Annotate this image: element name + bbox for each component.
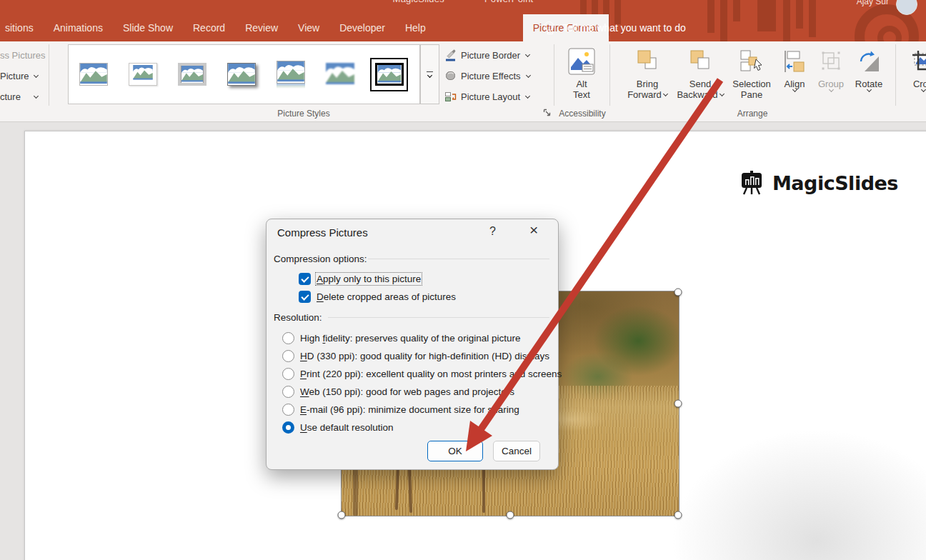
chevron-down-icon [34, 72, 39, 77]
picture-layout-icon [444, 90, 457, 103]
selection-handle-bottom-right[interactable] [674, 511, 682, 519]
picture-style-reflected-rounded-rectangle[interactable] [274, 60, 307, 89]
selection-pane-button[interactable]: Selection Pane [727, 44, 776, 100]
radio-web-150ppi[interactable]: Web (150 ppi): good for web pages and pr… [282, 384, 514, 399]
picture-style-metal-frame[interactable] [175, 60, 209, 89]
cancel-button[interactable]: Cancel [493, 441, 540, 461]
radio-icon[interactable] [282, 350, 294, 362]
group-objects-icon [820, 50, 842, 73]
radio-email-96ppi[interactable]: E-mail (96 ppi): minimize document size … [282, 401, 519, 417]
radio-icon[interactable] [282, 421, 294, 434]
crop-icon [912, 50, 926, 73]
change-picture-button-partial[interactable]: Picture [0, 68, 38, 84]
send-backward-button[interactable]: Send Backward [674, 44, 726, 100]
radio-icon[interactable] [282, 404, 294, 416]
alt-text-button[interactable]: Alt Text [564, 44, 599, 100]
compress-pictures-dialog: Compress Pictures ? × Compression option… [266, 219, 559, 470]
picture-style-drop-shadow-rectangle[interactable] [224, 60, 258, 89]
picture-styles-dialog-launcher-icon[interactable] [543, 107, 552, 120]
tell-me-search[interactable]: Tell me what you want to do [544, 14, 686, 41]
selection-handle-top-right[interactable] [674, 289, 682, 296]
radio-print-220ppi[interactable]: Print (220 ppi): excellent quality on mo… [282, 366, 562, 381]
compress-pictures-button-partial[interactable]: ss Pictures [0, 47, 46, 63]
checkbox-apply-only-to-this-picture[interactable]: Apply only to this picture [299, 271, 421, 286]
selection-handle-right[interactable] [674, 400, 682, 408]
landscape-thumbnail-icon [277, 61, 305, 84]
ok-button[interactable]: OK [427, 441, 483, 461]
align-button[interactable]: Align [777, 44, 812, 91]
selection-handle-bottom-left[interactable] [338, 511, 346, 519]
chevron-down-icon [34, 93, 39, 98]
chevron-down-icon [719, 91, 724, 96]
group-button[interactable]: Group [813, 44, 849, 91]
landscape-thumbnail-icon [79, 63, 108, 86]
chevron-down-icon [866, 87, 871, 92]
dialog-help-icon[interactable]: ? [489, 225, 496, 238]
magicslides-logo-text: MagicSlides [772, 172, 898, 194]
group-separator [895, 44, 896, 106]
tab-help[interactable]: Help [404, 14, 427, 41]
group-separator [609, 44, 610, 106]
picture-style-simple-frame-white[interactable] [76, 60, 110, 89]
tell-me-label: Tell me what you want to do [562, 22, 686, 34]
checkbox-icon[interactable] [299, 273, 311, 285]
picture-style-simple-frame-black[interactable] [372, 60, 406, 89]
chevron-down-icon [792, 87, 797, 92]
radio-icon[interactable] [282, 386, 294, 398]
tab-transitions-partial[interactable]: sitions [4, 14, 35, 41]
picture-style-beveled-matte-white[interactable] [126, 60, 159, 89]
ribbon-tab-row: sitions Animations Slide Show Record Rev… [4, 14, 609, 41]
picture-border-button[interactable]: Picture Border [444, 47, 529, 63]
group-separator [49, 44, 49, 106]
tab-record[interactable]: Record [191, 14, 226, 41]
chevron-down-icon [663, 91, 668, 96]
tab-view[interactable]: View [297, 14, 321, 41]
radio-high-fidelity[interactable]: High fidelity: preserves quality of the … [282, 330, 520, 346]
chevron-down-icon [525, 93, 530, 98]
group-label-arrange: Arrange [717, 109, 788, 119]
bring-forward-icon [636, 50, 659, 73]
chevron-down-icon [526, 72, 531, 77]
landscape-thumbnail-icon [326, 63, 354, 86]
crop-button[interactable]: Crop [903, 44, 926, 91]
checkbox-icon[interactable] [299, 291, 311, 303]
tab-slide-show[interactable]: Slide Show [121, 14, 174, 41]
document-title: MagicSlidesPowerPoint [0, 0, 926, 4]
chevron-down-icon [828, 87, 833, 92]
radio-icon[interactable] [282, 332, 294, 344]
tab-review[interactable]: Review [244, 14, 279, 41]
alt-text-icon [568, 48, 595, 75]
selection-handle-bottom[interactable] [507, 511, 514, 519]
tab-animations[interactable]: Animations [52, 14, 104, 41]
align-icon [783, 50, 806, 73]
bring-forward-button[interactable]: Bring Forward [621, 44, 674, 100]
picture-layout-button[interactable]: Picture Layout [444, 89, 529, 104]
radio-icon[interactable] [282, 368, 294, 380]
radio-hd-330ppi[interactable]: HD (330 ppi): good quality for high-defi… [282, 348, 549, 364]
chevron-down-icon [525, 51, 530, 56]
magicslides-logo: MagicSlides [740, 170, 898, 196]
compression-options-heading: Compression options: [274, 254, 367, 264]
account-avatar[interactable] [896, 0, 917, 15]
checkbox-delete-cropped-areas[interactable]: Delete cropped areas of pictures [299, 289, 456, 304]
tab-developer[interactable]: Developer [338, 14, 387, 41]
landscape-thumbnail-icon [129, 63, 157, 86]
reset-picture-button-partial[interactable]: cture [0, 89, 38, 104]
picture-style-soft-edge-rectangle[interactable] [323, 60, 357, 89]
selection-pane-icon [739, 49, 765, 74]
chevron-down-icon [427, 73, 432, 78]
picture-styles-gallery [68, 44, 420, 104]
lightbulb-icon [544, 21, 554, 34]
powerpoint-window: MagicSlidesPowerPoint Ajay Sur sitions A… [0, 0, 926, 560]
account-user-name: Ajay Sur [857, 0, 889, 6]
picture-effects-icon [444, 69, 457, 82]
gallery-more-button[interactable] [420, 44, 439, 104]
landscape-thumbnail-icon [178, 63, 206, 86]
close-icon[interactable]: × [527, 221, 541, 239]
ribbon: ss Pictures Picture cture [0, 41, 926, 122]
radio-use-default-resolution[interactable]: Use default resolution [282, 419, 394, 435]
rotate-button[interactable]: Rotate [850, 44, 887, 91]
title-bar: MagicSlidesPowerPoint Ajay Sur sitions A… [0, 0, 926, 41]
rotate-icon [857, 50, 880, 73]
picture-effects-button[interactable]: Picture Effects [444, 68, 530, 84]
